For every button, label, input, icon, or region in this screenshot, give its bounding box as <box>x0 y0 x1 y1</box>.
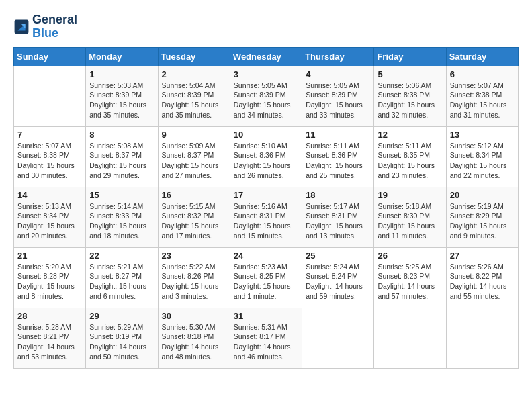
day-number: 14 <box>17 190 82 200</box>
day-info: Sunrise: 5:12 AMSunset: 8:34 PMDaylight:… <box>450 141 515 181</box>
day-number: 18 <box>306 190 370 200</box>
header-day: Saturday <box>446 47 518 66</box>
logo-text: GeneralBlue <box>32 13 77 40</box>
calendar-cell: 31Sunrise: 5:31 AMSunset: 8:17 PMDayligh… <box>230 308 302 368</box>
day-info: Sunrise: 5:14 AMSunset: 8:33 PMDaylight:… <box>89 201 154 241</box>
calendar-cell: 26Sunrise: 5:25 AMSunset: 8:23 PMDayligh… <box>374 247 446 308</box>
day-info: Sunrise: 5:21 AMSunset: 8:27 PMDaylight:… <box>89 262 154 302</box>
day-info: Sunrise: 5:11 AMSunset: 8:35 PMDaylight:… <box>378 141 442 181</box>
day-info: Sunrise: 5:19 AMSunset: 8:29 PMDaylight:… <box>450 201 515 241</box>
day-info: Sunrise: 5:30 AMSunset: 8:18 PMDaylight:… <box>162 322 226 362</box>
day-number: 23 <box>162 250 226 261</box>
day-number: 21 <box>17 250 82 261</box>
calendar-cell: 20Sunrise: 5:19 AMSunset: 8:29 PMDayligh… <box>446 187 518 247</box>
header-day: Tuesday <box>158 47 230 66</box>
calendar-cell: 19Sunrise: 5:18 AMSunset: 8:30 PMDayligh… <box>374 187 446 247</box>
day-info: Sunrise: 5:24 AMSunset: 8:24 PMDaylight:… <box>306 262 370 302</box>
day-info: Sunrise: 5:06 AMSunset: 8:38 PMDaylight:… <box>378 81 442 120</box>
day-number: 22 <box>89 250 154 261</box>
day-info: Sunrise: 5:23 AMSunset: 8:25 PMDaylight:… <box>234 262 298 302</box>
day-number: 4 <box>306 69 370 79</box>
day-number: 25 <box>306 250 370 261</box>
calendar-cell: 6Sunrise: 5:07 AMSunset: 8:38 PMDaylight… <box>446 66 518 126</box>
day-number: 28 <box>17 311 82 321</box>
calendar-week-row: 7Sunrise: 5:07 AMSunset: 8:38 PMDaylight… <box>14 126 519 187</box>
calendar-cell: 2Sunrise: 5:04 AMSunset: 8:39 PMDaylight… <box>158 66 230 126</box>
day-info: Sunrise: 5:15 AMSunset: 8:32 PMDaylight:… <box>162 201 226 241</box>
calendar-cell <box>374 308 446 368</box>
day-number: 1 <box>89 69 154 79</box>
day-info: Sunrise: 5:03 AMSunset: 8:39 PMDaylight:… <box>89 81 154 120</box>
calendar-cell: 11Sunrise: 5:11 AMSunset: 8:36 PMDayligh… <box>302 126 374 187</box>
day-number: 13 <box>450 130 515 140</box>
day-number: 24 <box>234 250 298 261</box>
calendar-cell: 28Sunrise: 5:28 AMSunset: 8:21 PMDayligh… <box>14 308 86 368</box>
calendar-cell: 5Sunrise: 5:06 AMSunset: 8:38 PMDaylight… <box>374 66 446 126</box>
day-info: Sunrise: 5:31 AMSunset: 8:17 PMDaylight:… <box>234 322 298 362</box>
calendar-cell <box>14 66 86 126</box>
calendar-week-row: 21Sunrise: 5:20 AMSunset: 8:28 PMDayligh… <box>14 247 519 308</box>
header-day: Monday <box>86 47 158 66</box>
calendar-cell: 17Sunrise: 5:16 AMSunset: 8:31 PMDayligh… <box>230 187 302 247</box>
day-info: Sunrise: 5:05 AMSunset: 8:39 PMDaylight:… <box>234 81 298 120</box>
calendar-cell: 24Sunrise: 5:23 AMSunset: 8:25 PMDayligh… <box>230 247 302 308</box>
calendar-week-row: 1Sunrise: 5:03 AMSunset: 8:39 PMDaylight… <box>14 66 519 126</box>
day-number: 30 <box>162 311 226 321</box>
calendar-cell: 16Sunrise: 5:15 AMSunset: 8:32 PMDayligh… <box>158 187 230 247</box>
logo-icon <box>13 19 30 35</box>
day-number: 7 <box>17 130 82 140</box>
calendar-week-row: 28Sunrise: 5:28 AMSunset: 8:21 PMDayligh… <box>14 308 519 368</box>
day-number: 19 <box>378 190 442 200</box>
day-info: Sunrise: 5:07 AMSunset: 8:38 PMDaylight:… <box>450 81 515 120</box>
header-day: Sunday <box>14 47 86 66</box>
day-number: 10 <box>234 130 298 140</box>
day-number: 9 <box>162 130 226 140</box>
calendar-cell: 15Sunrise: 5:14 AMSunset: 8:33 PMDayligh… <box>86 187 158 247</box>
day-info: Sunrise: 5:10 AMSunset: 8:36 PMDaylight:… <box>234 141 298 181</box>
day-number: 6 <box>450 69 515 79</box>
day-info: Sunrise: 5:28 AMSunset: 8:21 PMDaylight:… <box>17 322 82 362</box>
page-header: GeneralBlue <box>13 13 519 40</box>
day-number: 26 <box>378 250 442 261</box>
calendar-cell: 22Sunrise: 5:21 AMSunset: 8:27 PMDayligh… <box>86 247 158 308</box>
day-info: Sunrise: 5:08 AMSunset: 8:37 PMDaylight:… <box>89 141 154 181</box>
calendar-cell: 7Sunrise: 5:07 AMSunset: 8:38 PMDaylight… <box>14 126 86 187</box>
calendar-table: SundayMondayTuesdayWednesdayThursdayFrid… <box>13 47 519 369</box>
day-number: 27 <box>450 250 515 261</box>
calendar-body: 1Sunrise: 5:03 AMSunset: 8:39 PMDaylight… <box>14 66 519 368</box>
calendar-cell: 25Sunrise: 5:24 AMSunset: 8:24 PMDayligh… <box>302 247 374 308</box>
day-info: Sunrise: 5:17 AMSunset: 8:31 PMDaylight:… <box>306 201 370 241</box>
day-number: 11 <box>306 130 370 140</box>
header-day: Thursday <box>302 47 374 66</box>
day-number: 29 <box>89 311 154 321</box>
calendar-cell: 14Sunrise: 5:13 AMSunset: 8:34 PMDayligh… <box>14 187 86 247</box>
header-row: SundayMondayTuesdayWednesdayThursdayFrid… <box>14 47 519 66</box>
day-number: 5 <box>378 69 442 79</box>
day-number: 8 <box>89 130 154 140</box>
calendar-cell: 27Sunrise: 5:26 AMSunset: 8:22 PMDayligh… <box>446 247 518 308</box>
svg-rect-0 <box>15 19 29 34</box>
day-info: Sunrise: 5:04 AMSunset: 8:39 PMDaylight:… <box>162 81 226 120</box>
calendar-cell: 1Sunrise: 5:03 AMSunset: 8:39 PMDaylight… <box>86 66 158 126</box>
day-info: Sunrise: 5:20 AMSunset: 8:28 PMDaylight:… <box>17 262 82 302</box>
calendar-cell: 29Sunrise: 5:29 AMSunset: 8:19 PMDayligh… <box>86 308 158 368</box>
day-info: Sunrise: 5:29 AMSunset: 8:19 PMDaylight:… <box>89 322 154 362</box>
calendar-cell: 12Sunrise: 5:11 AMSunset: 8:35 PMDayligh… <box>374 126 446 187</box>
calendar-cell: 30Sunrise: 5:30 AMSunset: 8:18 PMDayligh… <box>158 308 230 368</box>
day-info: Sunrise: 5:18 AMSunset: 8:30 PMDaylight:… <box>378 201 442 241</box>
day-number: 2 <box>162 69 226 79</box>
header-day: Friday <box>374 47 446 66</box>
day-number: 12 <box>378 130 442 140</box>
calendar-cell <box>302 308 374 368</box>
calendar-cell: 21Sunrise: 5:20 AMSunset: 8:28 PMDayligh… <box>14 247 86 308</box>
calendar-cell: 18Sunrise: 5:17 AMSunset: 8:31 PMDayligh… <box>302 187 374 247</box>
calendar-header: SundayMondayTuesdayWednesdayThursdayFrid… <box>14 47 519 66</box>
day-info: Sunrise: 5:13 AMSunset: 8:34 PMDaylight:… <box>17 201 82 241</box>
calendar-cell: 9Sunrise: 5:09 AMSunset: 8:37 PMDaylight… <box>158 126 230 187</box>
day-info: Sunrise: 5:09 AMSunset: 8:37 PMDaylight:… <box>162 141 226 181</box>
day-info: Sunrise: 5:26 AMSunset: 8:22 PMDaylight:… <box>450 262 515 302</box>
day-number: 31 <box>234 311 298 321</box>
calendar-cell: 23Sunrise: 5:22 AMSunset: 8:26 PMDayligh… <box>158 247 230 308</box>
day-info: Sunrise: 5:11 AMSunset: 8:36 PMDaylight:… <box>306 141 370 181</box>
logo: GeneralBlue <box>13 13 77 40</box>
